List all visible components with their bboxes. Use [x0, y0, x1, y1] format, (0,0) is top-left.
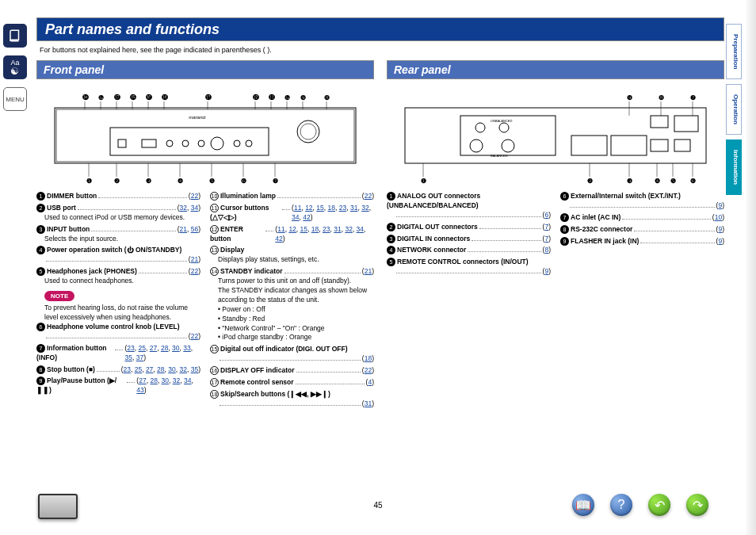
page-ref-link[interactable]: 42: [275, 235, 282, 243]
page-ref-link[interactable]: 9: [718, 225, 722, 233]
page-ref-link[interactable]: 23: [127, 344, 134, 352]
item-label: DISPLAY OFF indicator: [220, 366, 295, 374]
page-ref-link[interactable]: 12: [305, 204, 312, 212]
page-ref-link[interactable]: 31: [350, 204, 357, 212]
item-entry: 6Headphone volume control knob (LEVEL) (…: [36, 323, 200, 342]
item-entry: 5REMOTE CONTROL connectors (IN/OUT) (9): [387, 258, 551, 277]
help-icon[interactable]: ?: [610, 494, 632, 516]
item-pages: (7): [543, 235, 551, 244]
aa-glossary-icon[interactable]: Aa☯: [3, 55, 27, 79]
page-ref-link[interactable]: 23: [123, 365, 130, 373]
tab-preparation[interactable]: Preparation: [726, 24, 742, 79]
item-extra: • Power on : Off: [210, 305, 374, 315]
page-ref-link[interactable]: 31: [365, 399, 372, 407]
book-icon[interactable]: [3, 24, 27, 48]
page-ref-link[interactable]: 6: [544, 211, 548, 219]
page-ref-link[interactable]: 9: [544, 267, 548, 275]
page-ref-link[interactable]: 30: [172, 344, 179, 352]
page-ref-link[interactable]: 32: [361, 204, 368, 212]
item-description: Selects the input source.: [36, 235, 200, 244]
item-label: FLASHER IN jack (IN): [571, 237, 639, 245]
book-nav-icon[interactable]: 📖: [572, 494, 594, 516]
page-ref-link[interactable]: 30: [162, 376, 169, 384]
page-ref-link[interactable]: 37: [136, 353, 143, 361]
item-pages: (22): [362, 366, 374, 376]
page-ref-link[interactable]: 9: [718, 201, 722, 209]
item-label: INPUT button: [47, 225, 90, 233]
page-ref-link[interactable]: 22: [365, 366, 372, 374]
page-ref-link[interactable]: 9: [718, 237, 722, 245]
forward-icon[interactable]: ↷: [686, 494, 708, 516]
page-ref-link[interactable]: 18: [311, 225, 319, 233]
page-ref-link[interactable]: 21: [365, 267, 372, 275]
svg-text:❷: ❷: [587, 178, 593, 185]
page-ref-link[interactable]: 34: [191, 204, 198, 212]
page-ref-link[interactable]: 25: [139, 344, 146, 352]
item-label: Stop button (■): [47, 365, 95, 373]
page-ref-link[interactable]: 32: [173, 376, 180, 384]
page-ref-link[interactable]: 28: [161, 344, 168, 352]
page-ref-link[interactable]: 21: [179, 225, 186, 233]
page-ref-link[interactable]: 15: [316, 204, 323, 212]
page-ref-link[interactable]: 23: [339, 204, 346, 212]
page-ref-link[interactable]: 22: [191, 332, 198, 340]
svg-text:❽: ❽: [324, 94, 330, 101]
svg-point-12: [246, 140, 252, 147]
page-ref-link[interactable]: 31: [334, 225, 341, 233]
page-ref-link[interactable]: 4: [368, 378, 372, 386]
page-ref-link[interactable]: 11: [294, 204, 301, 212]
item-entry: 17Remote control sensor (4): [210, 378, 374, 388]
page-ref-link[interactable]: 34: [357, 225, 364, 233]
svg-text:UNBALANCED: UNBALANCED: [491, 119, 512, 123]
page-ref-link[interactable]: 35: [124, 353, 132, 361]
tab-operation[interactable]: Operation: [726, 84, 742, 135]
page-ref-link[interactable]: 22: [191, 192, 198, 200]
tab-information[interactable]: Information: [726, 139, 742, 195]
page-ref-link[interactable]: 27: [146, 365, 153, 373]
page-ref-link[interactable]: 22: [365, 192, 372, 200]
page-ref-link[interactable]: 12: [288, 225, 296, 233]
page-ref-link[interactable]: 7: [544, 223, 548, 231]
svg-text:❹: ❹: [178, 178, 183, 185]
page-ref-link[interactable]: 25: [135, 365, 142, 373]
page-ref-link[interactable]: 18: [365, 354, 372, 362]
page-ref-link[interactable]: 28: [150, 376, 157, 384]
page-ref-link[interactable]: 56: [191, 225, 198, 233]
svg-text:⓱: ⓱: [114, 94, 120, 101]
page-ref-link[interactable]: 7: [544, 235, 548, 243]
item-entry: 13DisplayDisplays play status, settings,…: [210, 246, 374, 265]
page-ref-link[interactable]: 28: [157, 365, 164, 373]
item-number: 7: [36, 344, 45, 353]
item-description: Used to connect iPod or USB memory devic…: [36, 213, 200, 223]
svg-point-57: [502, 139, 514, 152]
page-ref-link[interactable]: 35: [191, 365, 198, 373]
item-label: NETWORK connector: [397, 246, 466, 254]
page-ref-link[interactable]: 18: [328, 204, 335, 212]
page-ref-link[interactable]: 30: [168, 365, 175, 373]
page-ref-link[interactable]: 33: [183, 344, 190, 352]
page-ref-link[interactable]: 27: [150, 344, 157, 352]
menu-button[interactable]: MENU: [3, 87, 27, 111]
page-ref-link[interactable]: 34: [292, 213, 299, 221]
page-ref-link[interactable]: 32: [179, 204, 186, 212]
page-ref-link[interactable]: 32: [345, 225, 352, 233]
page-ref-link[interactable]: 23: [323, 225, 330, 233]
page-ref-link[interactable]: 42: [303, 213, 310, 221]
page-ref-link[interactable]: 32: [179, 365, 186, 373]
item-pages: (9): [543, 267, 551, 277]
page-ref-link[interactable]: 34: [184, 376, 191, 384]
item-entry: 4NETWORK connector (8): [387, 246, 551, 255]
page-ref-link[interactable]: 22: [191, 267, 198, 275]
page-ref-link[interactable]: 43: [136, 386, 143, 394]
page-ref-link[interactable]: 10: [715, 213, 722, 221]
svg-rect-5: [118, 139, 126, 147]
page-ref-link[interactable]: 8: [544, 246, 548, 254]
svg-text:❼: ❼: [690, 94, 696, 101]
page-ref-link[interactable]: 15: [300, 225, 307, 233]
page-ref-link[interactable]: 11: [277, 225, 284, 233]
page-ref-link[interactable]: 21: [191, 255, 198, 263]
page-ref-link[interactable]: 27: [139, 376, 146, 384]
item-pages: (22): [362, 192, 374, 201]
svg-rect-65: [674, 139, 690, 151]
back-icon[interactable]: ↶: [648, 494, 670, 516]
